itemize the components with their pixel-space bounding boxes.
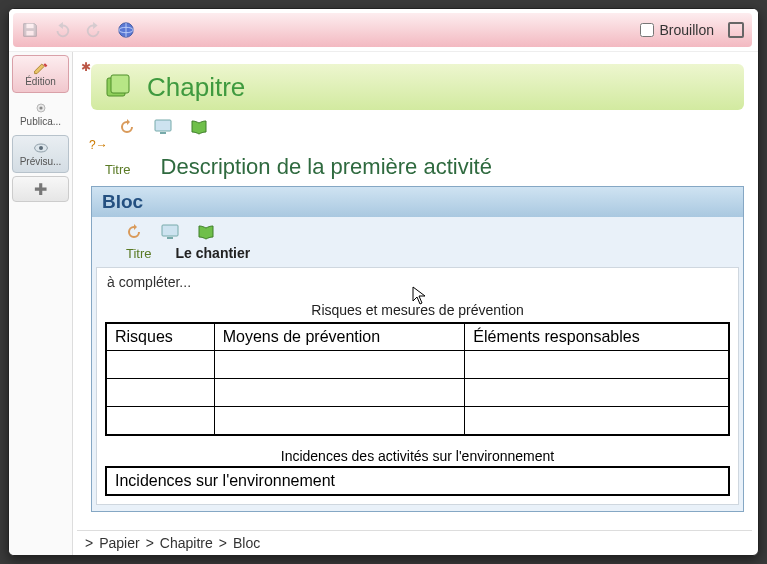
table-row — [106, 407, 729, 435]
save-icon[interactable] — [21, 21, 39, 39]
book-icon[interactable] — [196, 223, 216, 241]
monitor-icon[interactable] — [153, 118, 173, 136]
bloc-placeholder[interactable]: à compléter... — [105, 272, 730, 298]
col-elements[interactable]: Éléments responsables — [465, 323, 729, 351]
svg-rect-9 — [111, 75, 129, 93]
sidebar-tab-previsu[interactable]: Prévisu... — [12, 135, 69, 173]
incidence-header[interactable]: Incidences sur l'environnement — [105, 466, 730, 496]
globe-icon[interactable] — [117, 21, 135, 39]
brouillon-checkbox-label[interactable]: Brouillon — [640, 22, 714, 38]
required-marker-icon: ✱ — [81, 60, 91, 74]
brouillon-text: Brouillon — [660, 22, 714, 38]
refresh-icon[interactable] — [117, 118, 137, 136]
refresh-icon[interactable] — [124, 223, 144, 241]
table2-caption: Incidences des activités sur l'environne… — [105, 446, 730, 466]
chapitre-titre-label: Titre — [105, 162, 131, 177]
svg-rect-0 — [26, 24, 33, 29]
table-row: Risques Moyens de prévention Éléments re… — [106, 323, 729, 351]
editor-content: ✱ Chapitre ?→ Titre Description de la pr… — [77, 56, 752, 530]
sidebar: Édition Publica... Prévisu... ✚ — [9, 52, 73, 555]
redo-icon[interactable] — [85, 21, 103, 39]
svg-point-7 — [39, 146, 43, 150]
bloc-titre-value[interactable]: Le chantier — [176, 245, 251, 261]
chapitre-mini-icons — [117, 118, 752, 136]
risks-table[interactable]: Risques Moyens de prévention Éléments re… — [105, 322, 730, 436]
brouillon-checkbox[interactable] — [640, 23, 654, 37]
sidebar-label-edition: Édition — [25, 76, 56, 87]
table-row — [106, 351, 729, 379]
fullscreen-icon[interactable] — [728, 22, 744, 38]
sidebar-tab-edition[interactable]: Édition — [12, 55, 69, 93]
chapitre-titre-row: Titre Description de la première activit… — [77, 152, 752, 186]
hint-arrow: ?→ — [89, 138, 752, 152]
crumb-papier[interactable]: Papier — [99, 535, 139, 551]
app-window: Brouillon Édition Publica... Prévisu... … — [8, 8, 759, 556]
toolbar-frame: Brouillon — [9, 9, 758, 52]
svg-point-5 — [39, 106, 42, 109]
chapitre-title: Chapitre — [147, 72, 245, 103]
sidebar-add-button[interactable]: ✚ — [12, 176, 69, 202]
bloc-container: Bloc Titre Le chantier à compléter.. — [91, 186, 744, 512]
svg-rect-1 — [26, 31, 33, 36]
undo-icon[interactable] — [53, 21, 71, 39]
svg-rect-11 — [160, 132, 166, 134]
toolbar: Brouillon — [13, 13, 752, 47]
chapitre-titre-value[interactable]: Description de la première activité — [161, 154, 492, 180]
col-moyens[interactable]: Moyens de prévention — [214, 323, 465, 351]
bloc-titre-row: Titre Le chantier — [92, 243, 743, 267]
breadcrumb: > Papier > Chapitre > Bloc — [77, 530, 752, 555]
crumb-bloc[interactable]: Bloc — [233, 535, 260, 551]
bloc-body: à compléter... Risques et mesures de pré… — [96, 267, 739, 505]
bloc-header[interactable]: Bloc — [92, 187, 743, 217]
col-risques[interactable]: Risques — [106, 323, 214, 351]
incidence-section: Incidences des activités sur l'environne… — [105, 446, 730, 496]
book-icon[interactable] — [189, 118, 209, 136]
bloc-mini-icons — [124, 223, 743, 241]
crumb-chapitre[interactable]: Chapitre — [160, 535, 213, 551]
svg-rect-13 — [167, 237, 173, 239]
sidebar-label-publica: Publica... — [20, 116, 61, 127]
sidebar-tab-publica[interactable]: Publica... — [12, 95, 69, 133]
svg-rect-10 — [155, 120, 171, 131]
chapitre-icon — [105, 74, 133, 100]
sidebar-label-previsu: Prévisu... — [20, 156, 62, 167]
svg-rect-12 — [162, 225, 178, 236]
table1-caption: Risques et mesures de prévention — [105, 298, 730, 322]
monitor-icon[interactable] — [160, 223, 180, 241]
bloc-titre-label: Titre — [126, 246, 152, 261]
chapitre-header[interactable]: Chapitre — [91, 64, 744, 110]
table-row — [106, 379, 729, 407]
